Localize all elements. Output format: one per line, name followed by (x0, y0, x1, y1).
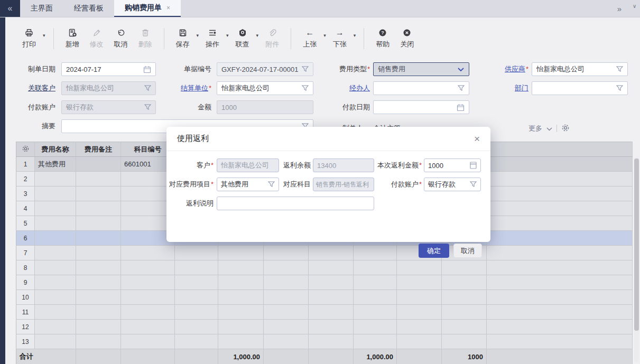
row-number[interactable]: 11 (16, 305, 35, 320)
grid-cell[interactable] (487, 260, 633, 275)
grid-cell[interactable] (397, 275, 442, 290)
calculator-icon[interactable] (470, 162, 477, 169)
grid-cell[interactable] (354, 334, 397, 349)
grid-cell[interactable] (487, 275, 633, 290)
grid-cell[interactable] (121, 260, 175, 275)
settle-unit-field[interactable]: 怡新家电总公司 (217, 81, 313, 95)
row-number[interactable]: 10 (16, 290, 35, 305)
grid-cell[interactable] (487, 186, 633, 201)
grid-cell[interactable] (264, 260, 309, 275)
grid-cell[interactable] (354, 275, 397, 290)
grid-cell[interactable] (35, 231, 76, 246)
department-field[interactable] (532, 81, 628, 95)
grid-cell[interactable] (264, 305, 309, 320)
grid-cell[interactable] (35, 172, 76, 186)
settings-gear-icon[interactable] (561, 124, 570, 134)
grid-cell[interactable] (397, 334, 442, 349)
grid-cell[interactable] (354, 305, 397, 320)
table-row[interactable]: 7 (16, 246, 633, 260)
grid-cell[interactable] (309, 334, 354, 349)
grid-cell[interactable] (218, 320, 264, 334)
grid-cell[interactable] (264, 246, 309, 260)
grid-cell[interactable] (397, 290, 442, 305)
chevron-down-icon[interactable] (546, 125, 552, 133)
table-row[interactable]: 10 (16, 290, 633, 305)
grid-cell[interactable] (487, 290, 633, 305)
grid-cell[interactable] (442, 260, 487, 275)
calendar-icon[interactable] (143, 66, 151, 73)
dialog-close-icon[interactable]: × (474, 134, 480, 144)
grid-cell[interactable] (121, 320, 175, 334)
grid-cell[interactable] (35, 186, 76, 201)
row-number[interactable]: 1 (16, 157, 35, 172)
grid-cell[interactable] (218, 334, 264, 349)
grid-cell[interactable] (442, 334, 487, 349)
grid-cell[interactable] (218, 260, 264, 275)
doc-date-field[interactable]: 2024-07-17 (61, 62, 156, 76)
supplier-field[interactable]: 怡新家电总公司 (532, 62, 628, 76)
row-number[interactable]: 4 (16, 201, 35, 216)
grid-cell[interactable] (218, 275, 264, 290)
agent-field[interactable] (373, 81, 469, 95)
grid-cell[interactable] (175, 275, 218, 290)
filter-icon[interactable] (458, 85, 465, 91)
table-row[interactable]: 13 (16, 334, 633, 349)
col-expense-name[interactable]: 费用名称 (35, 142, 76, 157)
grid-cell[interactable] (487, 201, 633, 216)
row-number[interactable]: 6 (16, 231, 35, 246)
vertical-scrollbar[interactable] (634, 157, 639, 362)
more-button[interactable]: 更多 (528, 124, 542, 133)
grid-cell[interactable] (442, 305, 487, 320)
rebate-amount-field[interactable]: 1000 (424, 158, 481, 172)
grid-cell[interactable] (35, 305, 76, 320)
grid-cell[interactable] (121, 290, 175, 305)
table-row[interactable]: 12 (16, 320, 633, 334)
row-number[interactable]: 5 (16, 216, 35, 231)
expense-item-field[interactable]: 其他费用 (217, 178, 279, 191)
grid-cell[interactable] (218, 305, 264, 320)
grid-cell[interactable] (487, 157, 633, 172)
grid-cell[interactable] (175, 290, 218, 305)
col-expense-note[interactable]: 费用备注 (76, 142, 121, 157)
grid-cell[interactable] (487, 172, 633, 186)
grid-cell[interactable] (218, 246, 264, 260)
filter-icon[interactable] (302, 66, 309, 72)
grid-cell[interactable] (175, 334, 218, 349)
grid-cell[interactable] (35, 320, 76, 334)
grid-cell[interactable] (76, 186, 121, 201)
grid-cell[interactable] (35, 260, 76, 275)
grid-cell[interactable] (76, 246, 121, 260)
ok-button[interactable]: 确定 (419, 244, 449, 258)
grid-cell[interactable] (397, 305, 442, 320)
grid-cell[interactable] (309, 305, 354, 320)
expense-type-select[interactable]: 销售费用 (373, 62, 469, 76)
grid-cell[interactable] (76, 305, 121, 320)
grid-cell[interactable] (264, 320, 309, 334)
cancel-dialog-button[interactable]: 取消 (453, 244, 482, 258)
grid-cell[interactable] (487, 305, 633, 320)
grid-cell[interactable] (175, 305, 218, 320)
grid-cell[interactable] (354, 320, 397, 334)
grid-cell[interactable] (175, 246, 218, 260)
calendar-icon[interactable] (457, 104, 465, 111)
grid-cell[interactable] (487, 320, 633, 334)
grid-cell[interactable] (35, 275, 76, 290)
grid-cell[interactable] (76, 216, 121, 231)
row-number[interactable]: 9 (16, 275, 35, 290)
grid-cell[interactable] (264, 290, 309, 305)
row-number[interactable]: 3 (16, 186, 35, 201)
table-row[interactable]: 8 (16, 260, 633, 275)
grid-cell[interactable] (121, 246, 175, 260)
grid-cell[interactable] (175, 320, 218, 334)
grid-cell[interactable] (397, 320, 442, 334)
grid-cell[interactable] (76, 260, 121, 275)
grid-cell[interactable]: 其他费用 (35, 157, 76, 172)
grid-cell[interactable] (35, 334, 76, 349)
grid-cell[interactable] (264, 275, 309, 290)
grid-cell[interactable] (218, 290, 264, 305)
grid-cell[interactable] (35, 246, 76, 260)
grid-cell[interactable] (76, 157, 121, 172)
grid-cell[interactable] (121, 334, 175, 349)
grid-cell[interactable] (264, 334, 309, 349)
grid-cell[interactable] (309, 246, 354, 260)
